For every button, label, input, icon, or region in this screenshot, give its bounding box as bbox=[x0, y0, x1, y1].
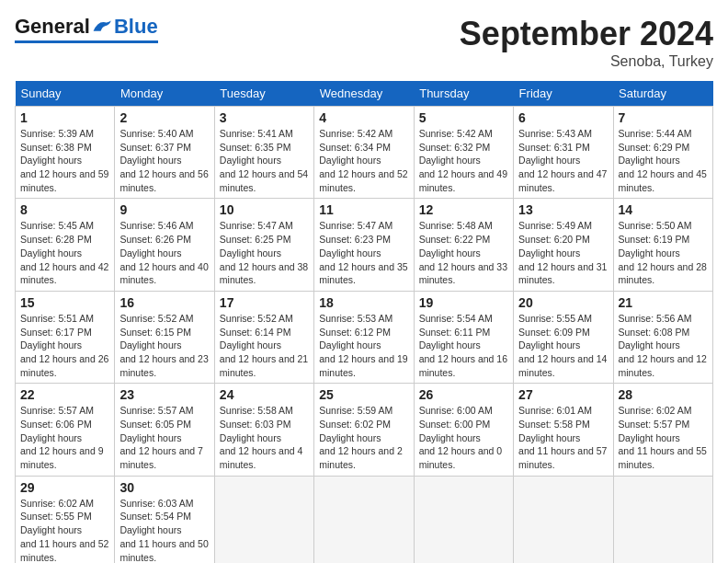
day-info: Sunrise: 5:53 AMSunset: 6:12 PMDaylight … bbox=[319, 312, 408, 379]
day-number: 7 bbox=[619, 110, 708, 125]
calendar-cell: 16Sunrise: 5:52 AMSunset: 6:15 PMDayligh… bbox=[115, 291, 214, 383]
day-info: Sunrise: 5:52 AMSunset: 6:15 PMDaylight … bbox=[119, 312, 209, 379]
day-number: 4 bbox=[319, 110, 408, 125]
day-number: 3 bbox=[220, 110, 309, 125]
weekday-header-row: Sunday Monday Tuesday Wednesday Thursday… bbox=[16, 81, 713, 107]
day-number: 14 bbox=[619, 202, 708, 217]
calendar-table: Sunday Monday Tuesday Wednesday Thursday… bbox=[15, 81, 713, 563]
day-number: 1 bbox=[20, 110, 109, 125]
calendar-cell: 22Sunrise: 5:57 AMSunset: 6:06 PMDayligh… bbox=[16, 384, 115, 476]
calendar-row: 8Sunrise: 5:45 AMSunset: 6:28 PMDaylight… bbox=[16, 199, 713, 291]
day-number: 11 bbox=[319, 202, 408, 217]
day-number: 22 bbox=[20, 387, 109, 402]
day-info: Sunrise: 5:54 AMSunset: 6:11 PMDaylight … bbox=[419, 312, 508, 379]
day-number: 18 bbox=[319, 295, 408, 310]
header-sunday: Sunday bbox=[16, 81, 115, 107]
day-info: Sunrise: 5:47 AMSunset: 6:25 PMDaylight … bbox=[220, 219, 309, 286]
day-info: Sunrise: 5:51 AMSunset: 6:17 PMDaylight … bbox=[20, 312, 109, 379]
day-info: Sunrise: 5:45 AMSunset: 6:28 PMDaylight … bbox=[20, 219, 109, 286]
calendar-cell: 20Sunrise: 5:55 AMSunset: 6:09 PMDayligh… bbox=[514, 291, 613, 383]
day-number: 19 bbox=[419, 295, 508, 310]
page-header: General Blue September 2024 Senoba, Turk… bbox=[15, 15, 713, 70]
day-number: 2 bbox=[119, 110, 209, 125]
day-number: 30 bbox=[119, 480, 209, 495]
day-info: Sunrise: 5:58 AMSunset: 6:03 PMDaylight … bbox=[220, 404, 309, 471]
calendar-cell: 28Sunrise: 6:02 AMSunset: 5:57 PMDayligh… bbox=[613, 384, 712, 476]
day-number: 27 bbox=[518, 387, 608, 402]
day-info: Sunrise: 5:40 AMSunset: 6:37 PMDaylight … bbox=[119, 127, 209, 194]
header-friday: Friday bbox=[514, 81, 613, 107]
calendar-cell: 3Sunrise: 5:41 AMSunset: 6:35 PMDaylight… bbox=[214, 107, 313, 199]
day-number: 28 bbox=[619, 387, 708, 402]
calendar-cell: 23Sunrise: 5:57 AMSunset: 6:05 PMDayligh… bbox=[115, 384, 214, 476]
calendar-cell: 24Sunrise: 5:58 AMSunset: 6:03 PMDayligh… bbox=[214, 384, 313, 476]
calendar-cell: 5Sunrise: 5:42 AMSunset: 6:32 PMDaylight… bbox=[414, 107, 513, 199]
day-info: Sunrise: 5:46 AMSunset: 6:26 PMDaylight … bbox=[119, 219, 209, 286]
calendar-row: 29Sunrise: 6:02 AMSunset: 5:55 PMDayligh… bbox=[16, 476, 713, 563]
day-info: Sunrise: 6:02 AMSunset: 5:57 PMDaylight … bbox=[619, 404, 708, 471]
logo-blue: Blue bbox=[114, 15, 158, 39]
calendar-cell: 11Sunrise: 5:47 AMSunset: 6:23 PMDayligh… bbox=[314, 199, 414, 291]
day-number: 29 bbox=[20, 480, 109, 495]
logo: General Blue bbox=[15, 15, 158, 43]
day-number: 21 bbox=[619, 295, 708, 310]
day-info: Sunrise: 6:00 AMSunset: 6:00 PMDaylight … bbox=[419, 404, 508, 471]
logo-general: General bbox=[15, 15, 90, 39]
logo-bird-icon bbox=[92, 17, 114, 36]
calendar-cell: 19Sunrise: 5:54 AMSunset: 6:11 PMDayligh… bbox=[414, 291, 513, 383]
day-info: Sunrise: 5:47 AMSunset: 6:23 PMDaylight … bbox=[319, 219, 408, 286]
calendar-cell: 2Sunrise: 5:40 AMSunset: 6:37 PMDaylight… bbox=[115, 107, 214, 199]
day-number: 24 bbox=[220, 387, 309, 402]
day-info: Sunrise: 5:52 AMSunset: 6:14 PMDaylight … bbox=[220, 312, 309, 379]
day-info: Sunrise: 6:02 AMSunset: 5:55 PMDaylight … bbox=[20, 497, 109, 563]
calendar-cell: 12Sunrise: 5:48 AMSunset: 6:22 PMDayligh… bbox=[414, 199, 513, 291]
day-number: 17 bbox=[220, 295, 309, 310]
header-saturday: Saturday bbox=[613, 81, 712, 107]
calendar-row: 22Sunrise: 5:57 AMSunset: 6:06 PMDayligh… bbox=[16, 384, 713, 476]
calendar-cell: 26Sunrise: 6:00 AMSunset: 6:00 PMDayligh… bbox=[414, 384, 513, 476]
calendar-cell: 29Sunrise: 6:02 AMSunset: 5:55 PMDayligh… bbox=[16, 476, 115, 563]
calendar-cell: 4Sunrise: 5:42 AMSunset: 6:34 PMDaylight… bbox=[314, 107, 414, 199]
calendar-cell bbox=[514, 476, 613, 563]
calendar-cell: 1Sunrise: 5:39 AMSunset: 6:38 PMDaylight… bbox=[16, 107, 115, 199]
day-info: Sunrise: 5:48 AMSunset: 6:22 PMDaylight … bbox=[419, 219, 508, 286]
day-info: Sunrise: 6:01 AMSunset: 5:58 PMDaylight … bbox=[518, 404, 608, 471]
day-number: 12 bbox=[419, 202, 508, 217]
calendar-cell bbox=[214, 476, 313, 563]
day-number: 5 bbox=[419, 110, 508, 125]
calendar-cell: 15Sunrise: 5:51 AMSunset: 6:17 PMDayligh… bbox=[16, 291, 115, 383]
calendar-cell: 7Sunrise: 5:44 AMSunset: 6:29 PMDaylight… bbox=[613, 107, 712, 199]
day-info: Sunrise: 5:44 AMSunset: 6:29 PMDaylight … bbox=[619, 127, 708, 194]
calendar-cell: 6Sunrise: 5:43 AMSunset: 6:31 PMDaylight… bbox=[514, 107, 613, 199]
calendar-cell bbox=[414, 476, 513, 563]
day-number: 16 bbox=[119, 295, 209, 310]
day-info: Sunrise: 5:42 AMSunset: 6:34 PMDaylight … bbox=[319, 127, 408, 194]
day-number: 23 bbox=[119, 387, 209, 402]
header-thursday: Thursday bbox=[414, 81, 513, 107]
calendar-cell: 25Sunrise: 5:59 AMSunset: 6:02 PMDayligh… bbox=[314, 384, 414, 476]
day-info: Sunrise: 5:41 AMSunset: 6:35 PMDaylight … bbox=[220, 127, 309, 194]
calendar-cell: 13Sunrise: 5:49 AMSunset: 6:20 PMDayligh… bbox=[514, 199, 613, 291]
day-info: Sunrise: 5:50 AMSunset: 6:19 PMDaylight … bbox=[619, 219, 708, 286]
calendar-cell bbox=[314, 476, 414, 563]
day-info: Sunrise: 5:43 AMSunset: 6:31 PMDaylight … bbox=[518, 127, 608, 194]
calendar-cell: 10Sunrise: 5:47 AMSunset: 6:25 PMDayligh… bbox=[214, 199, 313, 291]
location: Senoba, Turkey bbox=[460, 53, 713, 70]
day-number: 8 bbox=[20, 202, 109, 217]
header-wednesday: Wednesday bbox=[314, 81, 414, 107]
day-number: 9 bbox=[119, 202, 209, 217]
day-number: 26 bbox=[419, 387, 508, 402]
day-info: Sunrise: 5:57 AMSunset: 6:05 PMDaylight … bbox=[119, 404, 209, 471]
title-block: September 2024 Senoba, Turkey bbox=[460, 15, 713, 70]
day-info: Sunrise: 5:56 AMSunset: 6:08 PMDaylight … bbox=[619, 312, 708, 379]
calendar-cell bbox=[613, 476, 712, 563]
calendar-row: 1Sunrise: 5:39 AMSunset: 6:38 PMDaylight… bbox=[16, 107, 713, 199]
day-number: 25 bbox=[319, 387, 408, 402]
day-info: Sunrise: 5:42 AMSunset: 6:32 PMDaylight … bbox=[419, 127, 508, 194]
day-info: Sunrise: 5:39 AMSunset: 6:38 PMDaylight … bbox=[20, 127, 109, 194]
calendar-cell: 18Sunrise: 5:53 AMSunset: 6:12 PMDayligh… bbox=[314, 291, 414, 383]
day-number: 15 bbox=[20, 295, 109, 310]
calendar-row: 15Sunrise: 5:51 AMSunset: 6:17 PMDayligh… bbox=[16, 291, 713, 383]
calendar-cell: 17Sunrise: 5:52 AMSunset: 6:14 PMDayligh… bbox=[214, 291, 313, 383]
day-number: 20 bbox=[518, 295, 608, 310]
